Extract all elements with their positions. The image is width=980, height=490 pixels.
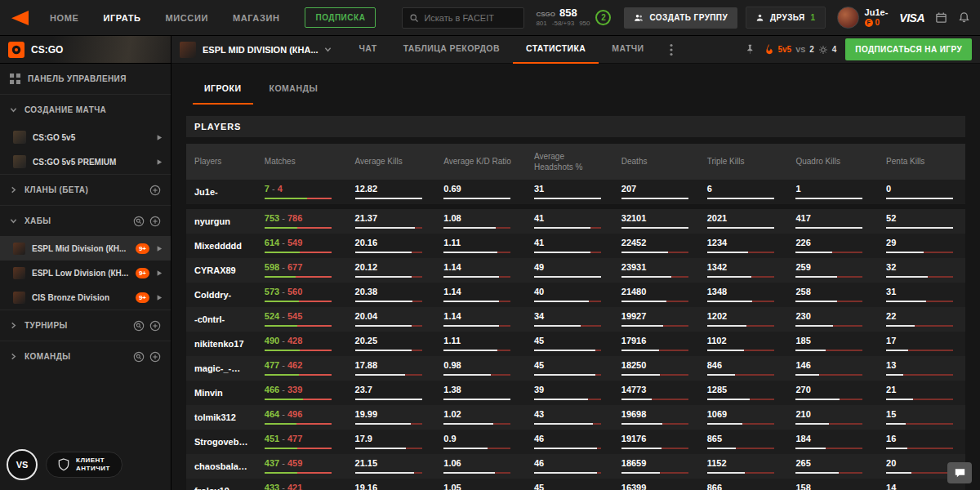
sidebar-section-match-creation[interactable]: СОЗДАНИЕ МАТЧА bbox=[0, 95, 171, 125]
column-header[interactable]: Penta Kills bbox=[878, 144, 965, 180]
player-name-cell[interactable]: Strogovebalo bbox=[186, 430, 256, 454]
column-header[interactable]: Players bbox=[186, 144, 256, 180]
plus-circle-icon[interactable] bbox=[149, 320, 161, 332]
stat-value: 1.11 bbox=[443, 336, 518, 346]
player-name-cell[interactable]: Colddry- bbox=[186, 283, 256, 307]
hub-tab[interactable]: МАТЧИ bbox=[599, 36, 657, 64]
game-selector[interactable]: CS:GO bbox=[0, 36, 171, 64]
stat-cell: 22452 bbox=[613, 234, 699, 258]
topnav-item[interactable]: ИГРАТЬ bbox=[91, 0, 153, 36]
player-name-cell[interactable]: Minvin bbox=[186, 381, 256, 405]
hub-tab[interactable]: ТАБЛИЦА РЕКОРДОВ bbox=[390, 36, 513, 64]
sidebar-hub-item[interactable]: CIS Bronze Division9+ bbox=[0, 285, 171, 310]
sidebar-section-tournaments[interactable]: ТУРНИРЫ bbox=[0, 310, 171, 341]
table-row[interactable]: Minvin466 - 33923.71.383914773128527021 bbox=[186, 381, 965, 405]
player-name-cell[interactable]: CYRAX89 bbox=[186, 258, 256, 283]
player-name-cell[interactable]: tolmik312 bbox=[186, 405, 256, 430]
table-row[interactable]: Strogovebalo451 - 47717.90.9461917686518… bbox=[186, 430, 965, 454]
hub-selector[interactable]: ESPL MID DIVISION (КНА... bbox=[203, 45, 332, 55]
create-group-button[interactable]: СОЗДАТЬ ГРУППУ bbox=[624, 7, 737, 29]
table-row[interactable]: Colddry-573 - 56020.381.1440214801348258… bbox=[186, 283, 965, 307]
table-row[interactable]: tolmik312464 - 49619.991.024319698106921… bbox=[186, 405, 965, 430]
player-name-cell[interactable]: nikitenko17 bbox=[186, 332, 256, 356]
player-name-cell[interactable]: -c0ntrl- bbox=[186, 307, 256, 332]
column-header[interactable]: Deaths bbox=[613, 144, 699, 180]
player-name-cell[interactable]: Mixeddddd bbox=[186, 234, 256, 258]
pin-icon[interactable] bbox=[745, 44, 755, 55]
matches-cell: 753 - 786 bbox=[256, 207, 347, 234]
sidebar-hub-item[interactable]: ESPL Mid Division (КН...9+ bbox=[0, 236, 171, 261]
calendar-icon[interactable] bbox=[935, 11, 947, 24]
avatar[interactable] bbox=[837, 7, 859, 29]
stat-bar bbox=[443, 198, 510, 199]
sidebar-section-teams[interactable]: КОМАНДЫ bbox=[0, 341, 171, 372]
column-header[interactable]: Average Kills bbox=[347, 144, 436, 180]
table-row[interactable]: Ju1e-7 - 412.820.6931207610 bbox=[186, 180, 965, 207]
search-box[interactable] bbox=[402, 7, 524, 29]
search-input[interactable] bbox=[424, 13, 517, 23]
search-circle-icon[interactable] bbox=[133, 320, 145, 332]
stat-cell: 45 bbox=[526, 332, 613, 356]
table-row[interactable]: chaosbalance437 - 45921.151.064618659115… bbox=[186, 454, 965, 479]
subscription-button[interactable]: ПОДПИСКА bbox=[305, 7, 376, 28]
player-name-cell[interactable]: magic-_-mike bbox=[186, 356, 256, 381]
stats-tab[interactable]: КОМАНДЫ bbox=[258, 83, 330, 105]
match-queue-item[interactable]: CS:GO 5v5 PREMIUM bbox=[0, 149, 171, 174]
subscribe-to-game-button[interactable]: ПОДПИСАТЬСЯ НА ИГРУ bbox=[845, 38, 972, 60]
topnav-item[interactable]: МАГАЗИН bbox=[220, 0, 292, 36]
player-name-cell[interactable]: chaosbalance bbox=[186, 454, 256, 479]
column-header[interactable]: Triple Kills bbox=[699, 144, 788, 180]
elo-widget[interactable]: CSGO 858 801 -58/+93 950 bbox=[536, 7, 590, 27]
stat-bar bbox=[355, 374, 422, 376]
hub-tab[interactable]: СТАТИСТИКА bbox=[513, 36, 599, 64]
stats-tab[interactable]: ИГРОКИ bbox=[193, 83, 253, 105]
search-circle-icon[interactable] bbox=[133, 351, 145, 363]
search-circle-icon[interactable] bbox=[133, 216, 145, 227]
player-name-cell[interactable]: frolov19 bbox=[186, 479, 256, 490]
table-row[interactable]: frolov19433 - 42119.161.0545163998661581… bbox=[186, 479, 965, 490]
column-header[interactable]: Average K/D Ratio bbox=[435, 144, 526, 180]
plus-circle-icon[interactable] bbox=[149, 185, 161, 196]
chat-bubble-icon[interactable] bbox=[947, 462, 972, 483]
player-name-cell[interactable]: Ju1e- bbox=[186, 180, 256, 207]
topnav-item[interactable]: МИССИИ bbox=[154, 0, 220, 36]
kebab-menu-icon[interactable] bbox=[663, 43, 679, 56]
table-row[interactable]: magic-_-mike477 - 46217.880.984518250846… bbox=[186, 356, 965, 381]
player-name-cell[interactable]: nyurgun bbox=[186, 207, 256, 234]
stat-bar bbox=[443, 252, 510, 253]
play-icon bbox=[156, 294, 163, 301]
sidebar-hub-item[interactable]: ESPL Low Division (КН...9+ bbox=[0, 261, 171, 285]
faceit-logo[interactable] bbox=[10, 10, 29, 26]
plus-circle-icon[interactable] bbox=[149, 216, 161, 227]
vs-badge[interactable]: VS bbox=[7, 449, 38, 480]
stat-cell: 15 bbox=[878, 405, 965, 430]
table-row[interactable]: Mixeddddd614 - 54920.161.114122452123422… bbox=[186, 234, 965, 258]
friends-button[interactable]: ДРУЗЬЯ 1 bbox=[746, 7, 826, 29]
table-row[interactable]: nyurgun753 - 78621.371.08413210120214175… bbox=[186, 207, 965, 234]
user-menu[interactable]: Ju1e- F 0 bbox=[837, 7, 889, 29]
table-row[interactable]: nikitenko17490 - 42820.251.1145179161102… bbox=[186, 332, 965, 356]
match-queue-item[interactable]: CS:GO 5v5 bbox=[0, 125, 171, 149]
column-header[interactable]: Matches bbox=[256, 144, 347, 180]
topnav-item[interactable]: HOME bbox=[38, 0, 91, 36]
notifications-bell-icon[interactable] bbox=[958, 11, 970, 24]
live-indicator[interactable]: 5v5 VS 2 4 bbox=[764, 44, 836, 55]
stat-bar bbox=[886, 198, 953, 199]
sidebar-section-hubs[interactable]: ХАБЫ bbox=[0, 206, 171, 236]
table-row[interactable]: CYRAX89598 - 67720.121.14492393113422593… bbox=[186, 258, 965, 283]
column-header[interactable]: Quadro Kills bbox=[787, 144, 878, 180]
table-row[interactable]: -c0ntrl-524 - 54520.041.1434199271202230… bbox=[186, 307, 965, 332]
stat-value: 1102 bbox=[707, 336, 780, 346]
wins-value: 451 bbox=[265, 434, 279, 443]
hub-tab[interactable]: ЧАТ bbox=[346, 36, 390, 64]
sidebar-item-dashboard[interactable]: ПАНЕЛЬ УПРАВЛЕНИЯ bbox=[0, 64, 171, 94]
sidebar-section-clans[interactable]: КЛАНЫ (БЕТА) bbox=[0, 175, 171, 205]
anticheat-client-button[interactable]: КЛИЕНТ АНТИЧИТ bbox=[46, 452, 122, 479]
hub-header: ESPL MID DIVISION (КНА... ЧАТТАБЛИЦА РЕК… bbox=[172, 36, 980, 64]
stat-bar bbox=[795, 252, 862, 253]
hub-logo[interactable] bbox=[180, 42, 196, 58]
plus-circle-icon[interactable] bbox=[149, 351, 161, 363]
stat-value: 31 bbox=[534, 184, 605, 194]
live-mode: 5v5 bbox=[777, 45, 791, 54]
column-header[interactable]: Average Headshots % bbox=[526, 144, 613, 180]
